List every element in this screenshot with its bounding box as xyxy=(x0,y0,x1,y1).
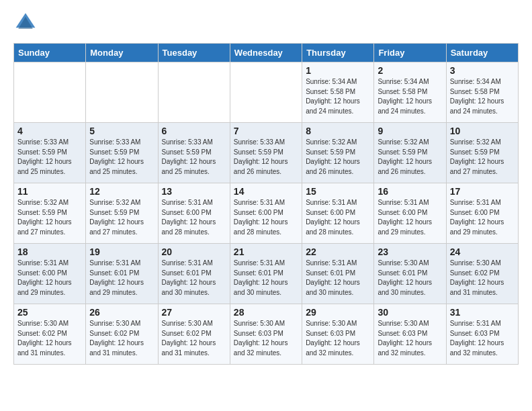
calendar-cell: 25Sunrise: 5:30 AM Sunset: 6:02 PM Dayli… xyxy=(14,304,86,365)
calendar-cell: 28Sunrise: 5:30 AM Sunset: 6:03 PM Dayli… xyxy=(230,304,302,365)
day-info: Sunrise: 5:30 AM Sunset: 6:03 PM Dayligh… xyxy=(378,319,442,358)
day-number: 4 xyxy=(17,126,82,136)
calendar-cell: 13Sunrise: 5:31 AM Sunset: 6:00 PM Dayli… xyxy=(158,183,230,244)
day-info: Sunrise: 5:31 AM Sunset: 6:01 PM Dayligh… xyxy=(89,259,154,298)
day-number: 10 xyxy=(450,126,515,136)
calendar-cell xyxy=(230,62,302,123)
weekday-header-wednesday: Wednesday xyxy=(230,44,302,62)
day-number: 16 xyxy=(378,186,442,197)
day-number: 20 xyxy=(162,246,226,257)
day-info: Sunrise: 5:33 AM Sunset: 5:59 PM Dayligh… xyxy=(17,138,82,177)
calendar-cell: 3Sunrise: 5:34 AM Sunset: 5:58 PM Daylig… xyxy=(446,62,518,123)
page-header xyxy=(13,11,519,35)
day-info: Sunrise: 5:32 AM Sunset: 5:59 PM Dayligh… xyxy=(17,198,82,237)
day-number: 29 xyxy=(306,307,370,318)
day-info: Sunrise: 5:32 AM Sunset: 5:59 PM Dayligh… xyxy=(306,138,370,177)
weekday-header-monday: Monday xyxy=(86,44,158,62)
day-number: 18 xyxy=(17,246,82,257)
day-info: Sunrise: 5:32 AM Sunset: 5:59 PM Dayligh… xyxy=(89,198,154,237)
calendar-cell: 7Sunrise: 5:33 AM Sunset: 5:59 PM Daylig… xyxy=(230,123,302,183)
day-number: 12 xyxy=(89,186,154,197)
day-info: Sunrise: 5:31 AM Sunset: 6:01 PM Dayligh… xyxy=(306,259,370,298)
calendar-cell: 24Sunrise: 5:30 AM Sunset: 6:02 PM Dayli… xyxy=(446,244,518,304)
calendar-cell xyxy=(14,62,86,123)
day-number: 8 xyxy=(306,126,370,136)
day-info: Sunrise: 5:31 AM Sunset: 6:00 PM Dayligh… xyxy=(234,198,298,237)
day-number: 3 xyxy=(450,65,515,76)
day-number: 19 xyxy=(89,246,154,257)
day-info: Sunrise: 5:34 AM Sunset: 5:58 PM Dayligh… xyxy=(450,77,515,116)
day-number: 17 xyxy=(450,186,515,197)
calendar-week-row: 11Sunrise: 5:32 AM Sunset: 5:59 PM Dayli… xyxy=(14,183,519,244)
weekday-header-friday: Friday xyxy=(374,44,446,62)
day-number: 23 xyxy=(378,246,442,257)
calendar-cell: 20Sunrise: 5:31 AM Sunset: 6:01 PM Dayli… xyxy=(158,244,230,304)
calendar-cell: 19Sunrise: 5:31 AM Sunset: 6:01 PM Dayli… xyxy=(86,244,158,304)
weekday-header-tuesday: Tuesday xyxy=(158,44,230,62)
day-info: Sunrise: 5:34 AM Sunset: 5:58 PM Dayligh… xyxy=(378,77,442,116)
calendar-cell: 15Sunrise: 5:31 AM Sunset: 6:00 PM Dayli… xyxy=(302,183,374,244)
day-info: Sunrise: 5:32 AM Sunset: 5:59 PM Dayligh… xyxy=(450,138,515,177)
day-number: 26 xyxy=(89,307,154,318)
day-number: 5 xyxy=(89,126,154,136)
day-info: Sunrise: 5:33 AM Sunset: 5:59 PM Dayligh… xyxy=(162,138,226,177)
day-number: 1 xyxy=(306,65,370,76)
calendar-cell: 27Sunrise: 5:30 AM Sunset: 6:02 PM Dayli… xyxy=(158,304,230,365)
calendar-cell: 9Sunrise: 5:32 AM Sunset: 5:59 PM Daylig… xyxy=(374,123,446,183)
day-number: 27 xyxy=(162,307,226,318)
calendar-week-row: 4Sunrise: 5:33 AM Sunset: 5:59 PM Daylig… xyxy=(14,123,519,183)
day-number: 25 xyxy=(17,307,82,318)
day-info: Sunrise: 5:32 AM Sunset: 5:59 PM Dayligh… xyxy=(378,138,442,177)
calendar-cell: 5Sunrise: 5:33 AM Sunset: 5:59 PM Daylig… xyxy=(86,123,158,183)
calendar-week-row: 1Sunrise: 5:34 AM Sunset: 5:58 PM Daylig… xyxy=(14,62,519,123)
day-info: Sunrise: 5:30 AM Sunset: 6:02 PM Dayligh… xyxy=(162,319,226,358)
day-number: 21 xyxy=(234,246,298,257)
day-info: Sunrise: 5:30 AM Sunset: 6:03 PM Dayligh… xyxy=(234,319,298,358)
calendar-cell: 31Sunrise: 5:31 AM Sunset: 6:03 PM Dayli… xyxy=(446,304,518,365)
day-info: Sunrise: 5:31 AM Sunset: 6:00 PM Dayligh… xyxy=(450,198,515,237)
day-info: Sunrise: 5:31 AM Sunset: 6:01 PM Dayligh… xyxy=(162,259,226,298)
calendar-cell: 18Sunrise: 5:31 AM Sunset: 6:00 PM Dayli… xyxy=(14,244,86,304)
calendar-cell xyxy=(158,62,230,123)
calendar-cell: 22Sunrise: 5:31 AM Sunset: 6:01 PM Dayli… xyxy=(302,244,374,304)
calendar-cell: 2Sunrise: 5:34 AM Sunset: 5:58 PM Daylig… xyxy=(374,62,446,123)
weekday-header-sunday: Sunday xyxy=(14,44,86,62)
day-number: 2 xyxy=(378,65,442,76)
calendar-cell: 29Sunrise: 5:30 AM Sunset: 6:03 PM Dayli… xyxy=(302,304,374,365)
calendar-cell: 14Sunrise: 5:31 AM Sunset: 6:00 PM Dayli… xyxy=(230,183,302,244)
calendar-cell: 17Sunrise: 5:31 AM Sunset: 6:00 PM Dayli… xyxy=(446,183,518,244)
day-info: Sunrise: 5:31 AM Sunset: 6:00 PM Dayligh… xyxy=(306,198,370,237)
weekday-header-thursday: Thursday xyxy=(302,44,374,62)
calendar-cell: 26Sunrise: 5:30 AM Sunset: 6:02 PM Dayli… xyxy=(86,304,158,365)
day-number: 15 xyxy=(306,186,370,197)
day-info: Sunrise: 5:30 AM Sunset: 6:01 PM Dayligh… xyxy=(378,259,442,298)
day-info: Sunrise: 5:31 AM Sunset: 6:00 PM Dayligh… xyxy=(17,259,82,298)
weekday-header-row: SundayMondayTuesdayWednesdayThursdayFrid… xyxy=(14,44,519,62)
calendar-cell: 6Sunrise: 5:33 AM Sunset: 5:59 PM Daylig… xyxy=(158,123,230,183)
day-info: Sunrise: 5:33 AM Sunset: 5:59 PM Dayligh… xyxy=(234,138,298,177)
day-info: Sunrise: 5:34 AM Sunset: 5:58 PM Dayligh… xyxy=(306,77,370,116)
day-info: Sunrise: 5:31 AM Sunset: 6:01 PM Dayligh… xyxy=(234,259,298,298)
day-info: Sunrise: 5:31 AM Sunset: 6:00 PM Dayligh… xyxy=(162,198,226,237)
calendar-cell: 11Sunrise: 5:32 AM Sunset: 5:59 PM Dayli… xyxy=(14,183,86,244)
day-number: 6 xyxy=(162,126,226,136)
calendar-cell: 16Sunrise: 5:31 AM Sunset: 6:00 PM Dayli… xyxy=(374,183,446,244)
day-number: 30 xyxy=(378,307,442,318)
calendar-cell xyxy=(86,62,158,123)
day-info: Sunrise: 5:31 AM Sunset: 6:03 PM Dayligh… xyxy=(450,319,515,358)
logo-icon xyxy=(13,11,38,35)
calendar-cell: 1Sunrise: 5:34 AM Sunset: 5:58 PM Daylig… xyxy=(302,62,374,123)
day-info: Sunrise: 5:30 AM Sunset: 6:02 PM Dayligh… xyxy=(89,319,154,358)
day-number: 24 xyxy=(450,246,515,257)
day-info: Sunrise: 5:33 AM Sunset: 5:59 PM Dayligh… xyxy=(89,138,154,177)
calendar-week-row: 18Sunrise: 5:31 AM Sunset: 6:00 PM Dayli… xyxy=(14,244,519,304)
day-info: Sunrise: 5:30 AM Sunset: 6:02 PM Dayligh… xyxy=(17,319,82,358)
day-number: 14 xyxy=(234,186,298,197)
day-number: 7 xyxy=(234,126,298,136)
weekday-header-saturday: Saturday xyxy=(446,44,518,62)
calendar-table: SundayMondayTuesdayWednesdayThursdayFrid… xyxy=(13,43,519,365)
logo xyxy=(13,11,40,35)
day-number: 9 xyxy=(378,126,442,136)
calendar-cell: 21Sunrise: 5:31 AM Sunset: 6:01 PM Dayli… xyxy=(230,244,302,304)
calendar-cell: 23Sunrise: 5:30 AM Sunset: 6:01 PM Dayli… xyxy=(374,244,446,304)
